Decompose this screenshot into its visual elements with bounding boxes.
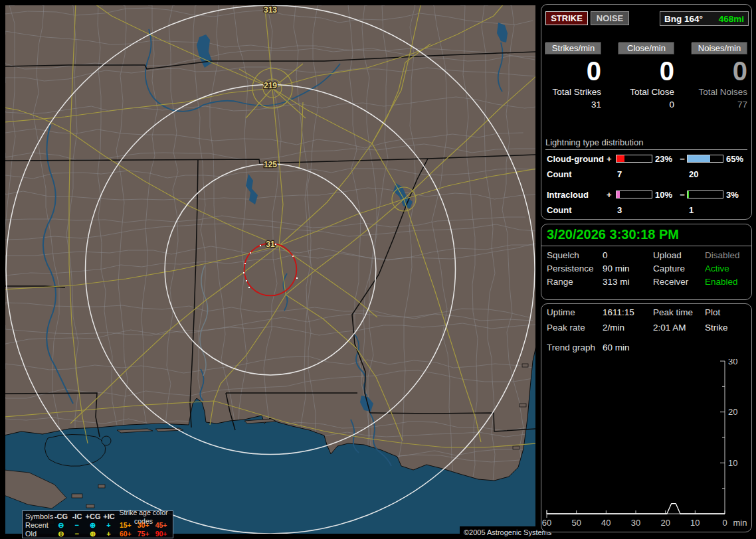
persistence-label: Persistence [547, 264, 594, 273]
total-close-value: 0 [618, 100, 674, 110]
trend-graph-label: Trend graph [547, 343, 595, 352]
peak-time-label: Peak time [653, 307, 693, 317]
status-row: Range 313 mi Receiver Enabled [541, 277, 751, 290]
plus-sign: + [607, 190, 616, 200]
cloud-ground-row: Cloud-ground + 23% − 65% [547, 153, 749, 164]
intracloud-row: Intracloud + 10% − 3% [547, 189, 749, 200]
recent-neg-cg-icon: ⊖ [53, 521, 69, 530]
cloud-ground-count-row: Count 7 20 [547, 169, 749, 180]
range-value: 313 mi [603, 277, 630, 287]
cg-positive-pct: 23% [652, 154, 678, 164]
bearing-label: Bng 164° [664, 14, 703, 24]
squelch-value: 0 [603, 250, 608, 260]
total-noises-value: 77 [692, 100, 747, 110]
uptime-value: 1611:15 [603, 307, 634, 317]
upload-status: Disabled [705, 250, 740, 260]
ic-negative-bar [687, 191, 723, 198]
old-neg-cg-icon: ⊖ [53, 530, 69, 538]
ring-distance-label: 313 [264, 5, 277, 15]
age-code-45: 45+ [152, 521, 170, 530]
ring-distance-label: 125 [264, 160, 277, 169]
legend-old-label: Old [25, 530, 53, 538]
recent-neg-ic-icon: − [69, 521, 85, 530]
count-label: Count [547, 169, 572, 179]
noises-per-min-value: 0 [692, 56, 747, 86]
uptime-label: Uptime [547, 307, 575, 317]
status-row: Squelch 0 Upload Disabled [541, 250, 751, 264]
trend-graph-row: Trend graph 60 min [541, 343, 751, 356]
minus-sign: − [678, 154, 687, 164]
plot-label: Plot [705, 307, 720, 317]
cloud-ground-label: Cloud-ground [547, 154, 607, 164]
divider [541, 246, 751, 246]
ic-positive-count: 3 [617, 205, 622, 215]
upload-label: Upload [653, 250, 682, 260]
copyright-notice: ©2005 Astrogenic Systems [460, 526, 541, 539]
cg-positive-bar [616, 155, 652, 163]
cg-positive-count: 7 [617, 169, 622, 179]
session-panel: Uptime 1611:15 Peak time Plot Peak rate … [541, 303, 752, 532]
distribution-heading: Lightning type distribution [545, 137, 747, 150]
bearing-readout: Bng 164° 468mi [660, 11, 749, 26]
x-tick-label: 10 [690, 518, 700, 528]
ic-negative-count: 1 [689, 205, 694, 215]
count-label: Count [547, 205, 572, 215]
old-pos-cg-icon: ⊕ [85, 530, 101, 538]
map-canvas[interactable]: 31321912531 [5, 5, 535, 534]
cg-negative-bar [687, 155, 723, 163]
range-label: Range [547, 277, 573, 287]
total-noises-label: Total Noises [692, 87, 747, 97]
peak-time-value: 2:01 AM [653, 323, 686, 333]
x-tick-label: 0 [722, 518, 727, 528]
y-tick-label: 30 [728, 359, 737, 366]
ic-negative-pct: 3% [723, 190, 749, 200]
y-tick-label: 20 [728, 407, 737, 417]
y-tick-label: 10 [728, 458, 737, 468]
ic-positive-pct: 10% [652, 190, 678, 200]
receiver-status: Enabled [705, 277, 738, 287]
close-per-min-badge: Close/min [618, 42, 674, 54]
minus-sign: − [678, 190, 687, 200]
legend-recent-label: Recent [25, 521, 53, 530]
legend-header-pos-cg: +CG [85, 512, 101, 521]
recent-pos-cg-icon: ⊕ [85, 521, 101, 530]
strikes-column: Strikes/min 0 Total Strikes 31 [545, 42, 601, 110]
strike-mode-button[interactable]: STRIKE [545, 11, 588, 25]
legend-symbols-header: Symbols [25, 512, 53, 521]
legend-row-recent: Recent ⊖ − ⊕ + 15+ 30+ 45+ [25, 521, 170, 530]
lightning-map[interactable]: 31321912531 Symbols -CG -IC +CG +IC Stri… [5, 5, 535, 534]
ic-positive-bar [616, 191, 652, 198]
trend-graph: 1020306050403020100min [541, 359, 753, 532]
capture-status: Active [705, 264, 729, 273]
age-code-30: 30+ [134, 521, 152, 530]
close-column: Close/min 0 Total Close 0 [618, 42, 674, 110]
strikes-per-min-value: 0 [545, 56, 601, 86]
x-tick-label: 40 [601, 518, 611, 528]
x-tick-label: 50 [571, 518, 581, 528]
x-tick-label: 20 [660, 518, 670, 528]
noise-mode-button[interactable]: NOISE [591, 11, 629, 25]
old-neg-ic-icon: − [69, 530, 85, 538]
squelch-label: Squelch [547, 250, 579, 260]
plot-type-value: Strike [705, 323, 728, 333]
x-tick-label: 60 [542, 518, 551, 528]
cg-negative-count: 20 [689, 169, 698, 179]
age-code-75: 75+ [134, 530, 152, 538]
strikes-per-min-badge: Strikes/min [545, 42, 601, 54]
x-axis-unit: min [733, 518, 747, 528]
recent-pos-ic-icon: + [100, 521, 116, 530]
noises-per-min-badge: Noises/min [692, 42, 747, 54]
close-per-min-value: 0 [618, 56, 674, 86]
bearing-distance: 468mi [719, 14, 744, 24]
session-row: Uptime 1611:15 Peak time Plot [541, 307, 751, 321]
total-strikes-value: 31 [545, 100, 601, 110]
legend-header-neg-cg: -CG [53, 512, 69, 521]
legend-row-old: Old ⊖ − ⊕ + 60+ 75+ 90+ [25, 530, 170, 538]
peak-rate-label: Peak rate [547, 323, 585, 333]
x-tick-label: 30 [631, 518, 640, 528]
legend-header-pos-ic: +IC [101, 512, 117, 521]
intracloud-label: Intracloud [547, 190, 607, 200]
status-row: Persistence 90 min Capture Active [541, 264, 751, 277]
peak-rate-value: 2/min [603, 323, 624, 333]
ring-distance-label: 219 [264, 81, 277, 90]
